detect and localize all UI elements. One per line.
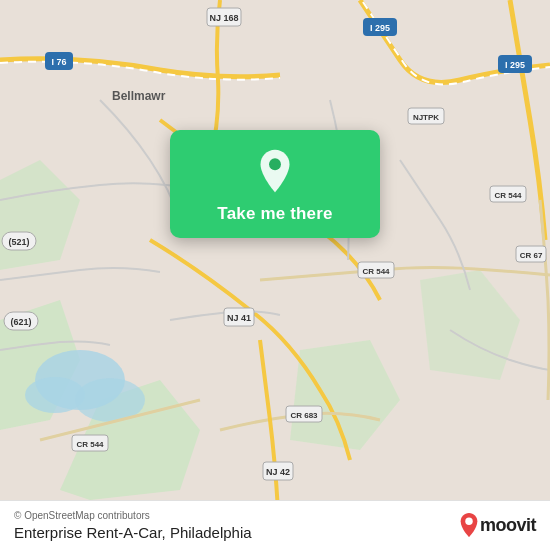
svg-text:I 76: I 76: [51, 57, 66, 67]
svg-marker-3: [290, 340, 400, 450]
svg-text:CR 67: CR 67: [520, 251, 543, 260]
svg-text:CR 544: CR 544: [76, 440, 104, 449]
popup-card[interactable]: Take me there: [170, 130, 380, 238]
popup-label: Take me there: [217, 204, 332, 224]
svg-text:CR 683: CR 683: [290, 411, 318, 420]
svg-text:CR 544: CR 544: [494, 191, 522, 200]
svg-text:I 295: I 295: [505, 60, 525, 70]
svg-marker-1: [0, 160, 80, 270]
svg-text:NJ 168: NJ 168: [209, 13, 238, 23]
moovit-pin-icon: [458, 512, 480, 538]
svg-text:NJTPK: NJTPK: [413, 113, 439, 122]
location-pin-icon: [252, 148, 298, 194]
map-container: I 76 NJ 168 I 295 I 295 NJ NJ 41 CR 544 …: [0, 0, 550, 550]
svg-text:I 295: I 295: [370, 23, 390, 33]
svg-text:(621): (621): [10, 317, 31, 327]
map-svg: I 76 NJ 168 I 295 I 295 NJ NJ 41 CR 544 …: [0, 0, 550, 550]
svg-text:NJ 41: NJ 41: [227, 313, 251, 323]
svg-text:(521): (521): [8, 237, 29, 247]
svg-point-40: [465, 518, 472, 525]
moovit-text: moovit: [480, 515, 536, 536]
svg-text:NJ 42: NJ 42: [266, 467, 290, 477]
svg-text:Bellmawr: Bellmawr: [112, 89, 166, 103]
moovit-logo: moovit: [458, 512, 536, 538]
svg-point-7: [25, 377, 85, 413]
svg-point-39: [269, 158, 281, 170]
svg-text:CR 544: CR 544: [362, 267, 390, 276]
